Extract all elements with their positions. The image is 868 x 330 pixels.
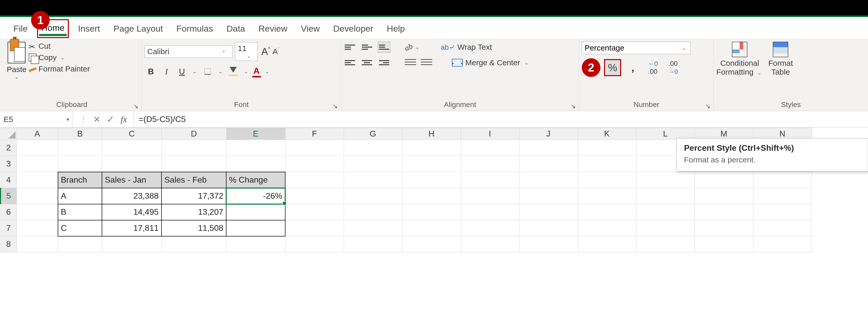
cell[interactable] <box>402 236 461 252</box>
enter-formula-button[interactable]: ✓ <box>106 114 114 125</box>
align-bottom-button[interactable] <box>378 42 390 53</box>
cell-C7[interactable]: 17,811 <box>102 220 161 236</box>
font-name-select[interactable]: Calibri ⌄ <box>145 45 232 58</box>
col-header-M[interactable]: M <box>694 128 753 140</box>
name-box-chevron-icon[interactable]: ▾ <box>66 116 69 122</box>
tab-review[interactable]: Review <box>256 22 289 35</box>
cell-B4[interactable]: Branch <box>58 172 102 188</box>
cell[interactable] <box>344 156 402 172</box>
cell[interactable] <box>636 236 694 252</box>
cell[interactable] <box>402 204 461 220</box>
cell[interactable] <box>161 236 226 252</box>
clipboard-dialog-launcher[interactable]: ↘ <box>133 103 138 108</box>
increase-font-size-button[interactable]: A^ <box>260 46 269 57</box>
cell[interactable] <box>461 236 519 252</box>
cell[interactable] <box>285 236 344 252</box>
cell[interactable] <box>636 204 694 220</box>
cell[interactable] <box>402 220 461 236</box>
font-color-chevron-icon[interactable]: ⌄ <box>264 68 271 75</box>
wrap-text-button[interactable]: ab⤶ Wrap Text <box>441 43 492 52</box>
cell[interactable] <box>636 188 694 204</box>
copy-chevron-icon[interactable]: ⌄ <box>59 54 66 61</box>
italic-button[interactable]: I <box>160 65 173 78</box>
cell[interactable] <box>17 140 58 156</box>
cell[interactable] <box>285 140 344 156</box>
col-header-E[interactable]: E <box>226 128 285 140</box>
cell[interactable] <box>344 172 402 188</box>
font-color-button[interactable]: A <box>252 66 261 78</box>
cell[interactable] <box>694 172 753 188</box>
cell[interactable] <box>519 204 578 220</box>
row-header-3[interactable]: 3 <box>1 156 17 172</box>
cut-button[interactable]: ✂ Cut <box>29 42 90 51</box>
cell[interactable] <box>402 188 461 204</box>
decrease-font-size-button[interactable]: Aˇ <box>272 47 279 56</box>
number-dialog-launcher[interactable]: ↘ <box>705 103 710 108</box>
cell-B7[interactable]: C <box>58 220 102 236</box>
borders-chevron-icon[interactable]: ⌄ <box>217 68 224 75</box>
orientation-button[interactable]: ab⌄ <box>405 43 421 52</box>
tab-view[interactable]: View <box>299 22 322 35</box>
cell-C4[interactable]: Sales - Jan <box>102 172 161 188</box>
col-header-J[interactable]: J <box>519 128 578 140</box>
cell[interactable] <box>402 140 461 156</box>
cell[interactable] <box>344 140 402 156</box>
col-header-L[interactable]: L <box>636 128 694 140</box>
name-box[interactable]: E5 ▾ <box>0 111 73 128</box>
align-left-button[interactable] <box>344 57 356 68</box>
cell-D6[interactable]: 13,207 <box>161 204 226 220</box>
cell[interactable] <box>519 236 578 252</box>
cell-E4[interactable]: % Change <box>226 172 285 188</box>
format-as-table-button[interactable]: Format Table <box>768 42 793 76</box>
cell[interactable] <box>519 188 578 204</box>
cell[interactable] <box>17 172 58 188</box>
cell[interactable] <box>519 172 578 188</box>
cell[interactable] <box>753 220 812 236</box>
fill-chevron-icon[interactable]: ⌄ <box>242 68 250 75</box>
cell[interactable] <box>17 188 58 204</box>
cell[interactable] <box>578 156 636 172</box>
cell[interactable] <box>578 172 636 188</box>
font-size-select[interactable]: 11 ⌄ <box>235 42 258 61</box>
cell[interactable] <box>519 140 578 156</box>
cell[interactable] <box>58 156 102 172</box>
row-header-2[interactable]: 2 <box>1 140 17 156</box>
cell[interactable] <box>402 156 461 172</box>
cell[interactable] <box>102 236 161 252</box>
tab-formulas[interactable]: Formulas <box>174 22 215 35</box>
cell[interactable] <box>285 188 344 204</box>
cell[interactable] <box>578 188 636 204</box>
cell[interactable] <box>578 140 636 156</box>
cell[interactable] <box>17 220 58 236</box>
cell[interactable] <box>578 204 636 220</box>
cell[interactable] <box>58 236 102 252</box>
cell-D5[interactable]: 17,372 <box>161 188 226 204</box>
cell[interactable] <box>694 204 753 220</box>
cell[interactable] <box>461 140 519 156</box>
insert-function-button[interactable]: fx <box>121 114 127 124</box>
cell[interactable] <box>461 220 519 236</box>
percent-style-button[interactable]: % <box>604 60 621 76</box>
decrease-indent-button[interactable] <box>405 57 416 68</box>
cell[interactable] <box>753 172 812 188</box>
cell[interactable] <box>753 204 812 220</box>
cell[interactable] <box>161 156 226 172</box>
col-header-I[interactable]: I <box>461 128 519 140</box>
cell[interactable] <box>344 236 402 252</box>
cell[interactable] <box>344 188 402 204</box>
cell[interactable] <box>578 236 636 252</box>
paste-chevron-icon[interactable]: ⌄ <box>13 74 21 80</box>
cell-D4[interactable]: Sales - Feb <box>161 172 226 188</box>
cell[interactable] <box>285 172 344 188</box>
col-header-C[interactable]: C <box>102 128 161 140</box>
cell[interactable] <box>519 156 578 172</box>
cell[interactable] <box>58 140 102 156</box>
number-format-select[interactable]: Percentage ⌄ <box>582 42 690 54</box>
paste-button[interactable]: Paste ⌄ <box>5 40 29 80</box>
cell[interactable] <box>402 172 461 188</box>
cell[interactable] <box>753 188 812 204</box>
formula-input[interactable]: =(D5-C5)/C5 <box>134 111 868 128</box>
cell[interactable] <box>226 156 285 172</box>
cell[interactable] <box>102 156 161 172</box>
cell[interactable] <box>694 236 753 252</box>
